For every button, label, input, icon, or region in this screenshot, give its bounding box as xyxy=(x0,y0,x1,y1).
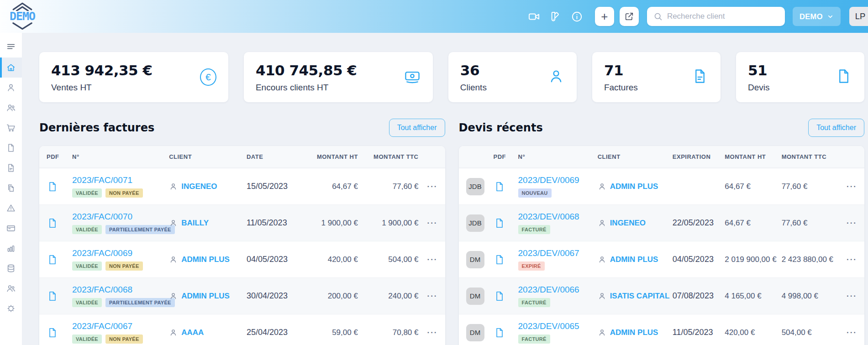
row-actions-button[interactable]: ··· xyxy=(418,182,437,191)
quote-number-link[interactable]: 2023/DEV/0069 xyxy=(518,175,579,185)
sidebar-item-documents[interactable] xyxy=(0,178,22,198)
invoice-number-link[interactable]: 2023/FAC/0067 xyxy=(72,321,132,331)
kpi-value: 36 xyxy=(460,62,487,78)
kpi-value: 71 xyxy=(604,62,638,78)
status-badge: NOUVEAU xyxy=(518,188,552,198)
invoice-number-link[interactable]: 2023/FAC/0069 xyxy=(72,248,132,258)
row-actions-button[interactable]: ··· xyxy=(418,292,437,301)
sidebar-item-alerts[interactable] xyxy=(0,198,22,218)
column-header: MONTANT TTC xyxy=(358,153,419,160)
client-link[interactable]: AAAA xyxy=(181,328,204,337)
amount-ht: 200,00 € xyxy=(302,292,358,301)
external-link-button[interactable] xyxy=(620,7,639,26)
row-actions-button[interactable]: ··· xyxy=(841,255,857,264)
row-actions-button[interactable]: ··· xyxy=(418,255,437,264)
pdf-icon[interactable] xyxy=(494,254,518,266)
sidebar-item-invoices[interactable] xyxy=(0,158,22,178)
sidebar-item-team[interactable] xyxy=(0,278,22,298)
invoice-date: 25/04/2023 xyxy=(247,328,302,337)
kpi-value: 51 xyxy=(748,62,770,78)
user-initials: LP xyxy=(855,11,866,21)
app-logo: DEMO xyxy=(5,0,40,30)
quotes-table: PDF N° CLIENT EXPIRATION MONTANT HT MONT… xyxy=(459,146,865,345)
invoice-row: 2023/FAC/0067 VALIDÉENON PAYÉE AAAA 25/0… xyxy=(39,314,445,345)
sidebar-item-stats[interactable] xyxy=(0,238,22,258)
show-all-quotes-button[interactable]: Tout afficher xyxy=(808,119,864,137)
row-actions-button[interactable]: ··· xyxy=(841,328,857,337)
column-header: PDF xyxy=(47,153,72,160)
pdf-icon[interactable] xyxy=(47,327,72,339)
pdf-icon[interactable] xyxy=(494,290,518,302)
pdf-icon[interactable] xyxy=(47,254,72,266)
sidebar-item-clients[interactable] xyxy=(0,98,22,118)
invoice-date: 04/05/2023 xyxy=(247,255,302,264)
kpi-card-ventes: 413 942,35 € Ventes HT € xyxy=(39,52,228,102)
external-link-icon xyxy=(624,11,634,21)
quote-number-link[interactable]: 2023/DEV/0065 xyxy=(518,321,579,331)
invoices-section: Dernières factures Tout afficher PDF N° … xyxy=(39,118,445,345)
quote-number-link[interactable]: 2023/DEV/0066 xyxy=(518,285,579,294)
row-actions-button[interactable]: ··· xyxy=(841,182,857,191)
invoice-number-link[interactable]: 2023/FAC/0070 xyxy=(72,212,132,221)
status-badge: PARTIELLEMENT PAYÉE xyxy=(105,298,175,307)
client-link[interactable]: INGENEO xyxy=(610,219,646,228)
client-link[interactable]: ISATIS CAPITAL xyxy=(610,292,670,301)
client-link[interactable]: ADMIN PLUS xyxy=(610,182,658,191)
owner-avatar: JDB xyxy=(466,214,484,232)
expiration-date: 04/05/2023 xyxy=(673,255,725,264)
row-actions-button[interactable]: ··· xyxy=(841,219,857,228)
person-icon xyxy=(598,219,606,227)
sidebar-item-data[interactable] xyxy=(0,258,22,278)
user-avatar[interactable]: LP xyxy=(849,7,868,26)
logo-text: DEMO xyxy=(10,11,35,22)
invoice-date: 11/05/2023 xyxy=(247,218,302,228)
show-all-invoices-button[interactable]: Tout afficher xyxy=(389,119,445,137)
section-title: Dernières factures xyxy=(39,121,154,134)
pdf-icon[interactable] xyxy=(494,327,518,339)
kpi-row: 413 942,35 € Ventes HT € 410 745,85 € En… xyxy=(39,52,864,102)
client-link[interactable]: ADMIN PLUS xyxy=(181,292,230,301)
search-input[interactable] xyxy=(667,12,779,21)
info-icon[interactable] xyxy=(571,10,583,23)
video-camera-icon[interactable] xyxy=(528,10,540,23)
row-actions-button[interactable]: ··· xyxy=(418,328,437,337)
client-link[interactable]: BAILLY xyxy=(181,219,209,228)
kpi-label: Ventes HT xyxy=(51,83,153,93)
sidebar-item-client[interactable] xyxy=(0,78,22,98)
quote-row: DM 2023/DEV/0066 FACTURÉ ISATIS CAPITAL … xyxy=(459,277,865,314)
row-actions-button[interactable]: ··· xyxy=(418,219,437,228)
client-search[interactable] xyxy=(647,7,785,26)
pdf-icon[interactable] xyxy=(47,181,72,193)
pdf-icon[interactable] xyxy=(47,290,72,302)
client-link[interactable]: ADMIN PLUS xyxy=(610,255,658,264)
menu-toggle-button[interactable] xyxy=(0,37,22,57)
sidebar-item-orders[interactable] xyxy=(0,118,22,138)
palette-icon[interactable] xyxy=(549,10,562,23)
row-actions-button[interactable]: ··· xyxy=(841,292,857,301)
document-lines-icon xyxy=(6,163,16,173)
sidebar-item-home[interactable] xyxy=(0,58,22,78)
client-link[interactable]: INGENEO xyxy=(181,182,217,191)
quote-number-link[interactable]: 2023/DEV/0067 xyxy=(518,248,579,258)
amount-ht: 59,00 € xyxy=(302,328,358,337)
banknote-icon xyxy=(404,68,421,85)
sidebar-item-settings[interactable] xyxy=(0,298,22,319)
invoice-row: 2023/FAC/0071 VALIDÉENON PAYÉE INGENEO 1… xyxy=(39,168,445,204)
client-link[interactable]: ADMIN PLUS xyxy=(181,255,230,264)
expiration-date: 22/05/2023 xyxy=(673,218,725,228)
plus-icon: + xyxy=(601,10,608,22)
users-icon xyxy=(6,283,16,293)
pdf-icon[interactable] xyxy=(494,217,518,229)
invoice-number-link[interactable]: 2023/FAC/0068 xyxy=(72,285,132,294)
add-button[interactable]: + xyxy=(595,7,614,26)
amount-ttc: 70,80 € xyxy=(358,328,419,337)
client-link[interactable]: ADMIN PLUS xyxy=(610,328,658,337)
sidebar-item-payments[interactable] xyxy=(0,218,22,238)
pdf-icon[interactable] xyxy=(47,217,72,229)
pdf-icon[interactable] xyxy=(494,181,518,193)
euro-circle-icon: € xyxy=(200,68,216,86)
quote-number-link[interactable]: 2023/DEV/0068 xyxy=(518,212,579,221)
org-dropdown-button[interactable]: DEMO xyxy=(793,7,841,26)
invoice-number-link[interactable]: 2023/FAC/0071 xyxy=(72,175,132,185)
sidebar-item-quotes[interactable] xyxy=(0,138,22,158)
